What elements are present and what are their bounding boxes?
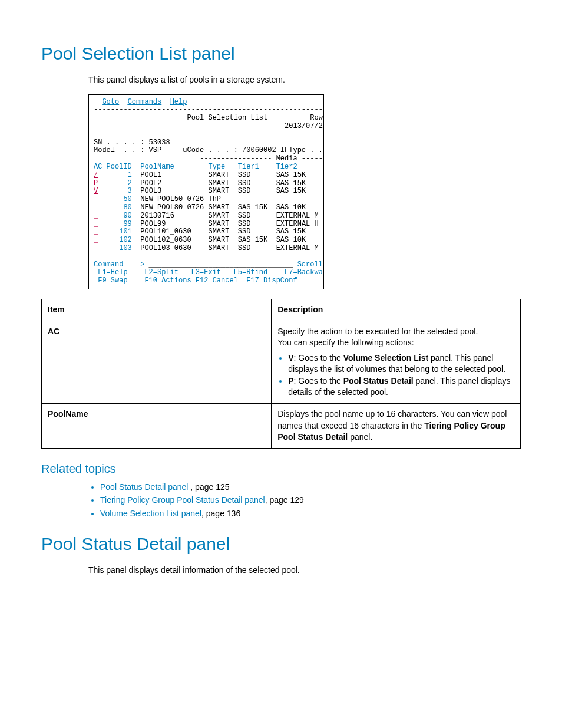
related-topic-item: Volume Selection List panel, page 136 xyxy=(100,508,521,520)
related-topic-link[interactable]: Pool Status Detail panel xyxy=(100,482,190,492)
items-table: Item Description ACSpecify the action to… xyxy=(41,299,521,449)
related-topic-link[interactable]: Tiering Policy Group Pool Status Detail … xyxy=(100,495,265,505)
related-topics-list: Pool Status Detail panel , page 125Tieri… xyxy=(88,482,521,520)
section-heading-pool-status-detail: Pool Status Detail panel xyxy=(41,532,521,556)
col-desc: Description xyxy=(272,299,521,321)
related-topics-heading: Related topics xyxy=(41,460,521,477)
item-cell: AC xyxy=(42,321,272,404)
intro-text: This panel displays a list of pools in a… xyxy=(88,74,521,86)
related-topic-link[interactable]: Volume Selection List panel xyxy=(100,509,201,518)
desc-cell: Specify the action to be executed for th… xyxy=(272,321,521,404)
terminal-panel: Goto Commands Help ---------------------… xyxy=(88,94,324,289)
desc-cell: Displays the pool name up to 16 characte… xyxy=(272,404,521,449)
intro-text-2: This panel displays detail information o… xyxy=(88,565,521,577)
col-item: Item xyxy=(42,299,272,321)
related-topic-item: Pool Status Detail panel , page 125 xyxy=(100,482,521,493)
related-topic-item: Tiering Policy Group Pool Status Detail … xyxy=(100,495,521,506)
section-heading-pool-selection: Pool Selection List panel xyxy=(41,41,521,66)
item-cell: PoolName xyxy=(42,404,272,449)
